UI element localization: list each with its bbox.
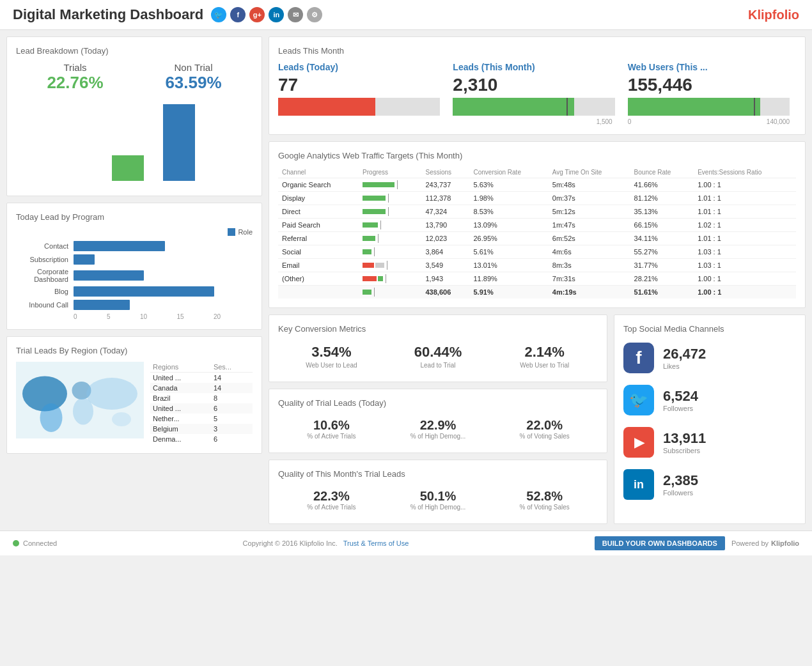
youtube-count: 13,911 [663,430,706,447]
google-header-icon[interactable]: g+ [249,7,265,22]
world-map [16,362,144,438]
table-row: Email 3,54913.01%8m:3s31.77%1.03 : 1 [278,259,796,272]
web-user-to-trial-label: Web User to Trial [495,362,594,369]
left-bottom-cards: Key Conversion Metrics 3.54% Web User to… [269,314,607,524]
web-users-axis: 0 140,000 [628,118,790,125]
ga-col-channel: Channel [278,167,359,178]
table-row: Referral 12,02326.95%6m:52s34.11%1.01 : … [278,232,796,245]
lead-breakdown-title: Lead Breakdown (Today) [16,46,253,56]
hbar-label: Contact [16,242,74,250]
leads-month-bar-container [453,98,614,116]
hbar-label: Subscription [16,256,74,263]
page-title: Digital Marketing Dashboard [13,6,203,23]
leads-today-label: Leads (Today) [278,62,440,72]
ga-table-header: Channel Progress Sessions Conversion Rat… [278,167,796,178]
high-demog-label: % of High Demog... [389,433,488,440]
leads-month-bar [453,98,574,116]
web-users-value: 155,446 [628,75,790,95]
non-trial-pct: 63.59% [165,73,221,93]
leads-month-label: Leads (This Month) [453,62,614,72]
facebook-header-icon[interactable]: f [230,7,246,22]
key-conversion-title: Key Conversion Metrics [278,324,598,334]
trust-terms-link[interactable]: Trust & Terms of Use [343,539,409,547]
table-row: Inbound Call [16,300,253,310]
web-user-to-trial-pct: 2.14% [495,344,594,360]
leads-today-bar-container [278,98,440,116]
email-header-icon[interactable]: ✉ [288,7,303,22]
left-column: Lead Breakdown (Today) Trials 22.76% Non… [6,36,262,524]
youtube-sublabel: Subscribers [663,447,706,454]
connected-status: Connected [23,539,57,547]
linkedin-header-icon[interactable]: in [269,7,284,22]
voting-sales-month-label: % of Voting Sales [495,504,594,511]
high-demog-pct: 22.9% [389,418,488,433]
table-row: Corporate Dashboard [16,268,253,283]
right-column: Leads This Month Leads (Today) 77 Leads … [269,36,806,524]
active-trials-label: % of Active Trials [282,433,381,440]
legend-label: Role [238,228,253,236]
table-row: United ...6 [150,403,253,414]
ga-table: Channel Progress Sessions Conversion Rat… [278,167,796,298]
ga-col-ratio: Events:Sessions Ratio [694,167,796,178]
settings-header-icon[interactable]: ⚙ [307,7,322,22]
region-table: Regions Ses... United ...14 Canada14 Bra… [150,362,253,444]
active-trials-month-label: % of Active Trials [282,504,381,511]
leads-month-value: 2,310 [453,75,614,95]
today-lead-program-card: Today Lead by Program Role Contact Subsc… [6,203,262,330]
linkedin-sublabel: Followers [663,489,698,497]
hbar-bar [74,300,130,310]
twitter-header-icon[interactable]: 🐦 [211,7,226,22]
trials-bar [112,155,144,181]
ga-col-sessions: Sessions [422,167,470,178]
table-row: 438,6065.91%4m:19s51.61%1.00 : 1 [278,286,796,299]
trials-pct: 22.76% [47,73,103,93]
non-trial-label: Non Trial [165,62,221,73]
leads-month-metric: Leads (This Month) 2,310 1,500 [446,62,621,125]
klipfolio-logo: Klipfolio [748,8,799,22]
quality-today-card: Quality of Trial Leads (Today) 10.6% % o… [269,389,607,453]
role-legend: Role [228,228,253,236]
ga-col-progress: Progress [359,167,421,178]
leads-today-value: 77 [278,75,440,95]
table-row: Organic Search 243,7375.63%5m:48s41.66%1… [278,178,796,192]
leads-metrics: Leads (Today) 77 Leads (This Month) 2,31… [278,62,796,125]
table-row: Display 112,3781.98%0m:37s81.12%1.01 : 1 [278,192,796,205]
quality-today-metrics: 10.6% % of Active Trials 22.9% % of High… [278,414,598,444]
table-row: United ...14 [150,373,253,383]
powered-by-label: Powered by [731,539,769,547]
table-row: Blog [16,286,253,297]
ga-col-avgtime: Avg Time On Site [549,167,630,178]
google-analytics-card: Google Analytics Web Traffic Targets (Th… [269,141,806,308]
high-demog-month-label: % of High Demog... [389,504,488,511]
lead-bar-chart [16,98,253,181]
lead-labels: Trials 22.76% Non Trial 63.59% [16,62,253,93]
svg-point-5 [86,378,137,410]
table-row: Belgium3 [150,424,253,434]
high-demog-month-pct: 50.1% [389,489,488,504]
quality-month-metrics: 22.3% % of Active Trials 50.1% % of High… [278,485,598,515]
footer-center: Copyright © 2016 Klipfolio Inc. Trust & … [243,539,409,547]
footer: Connected Copyright © 2016 Klipfolio Inc… [0,530,812,555]
build-dashboard-button[interactable]: BUILD YOUR OWN DASHBOARDS [595,536,725,550]
table-row: Contact [16,241,253,251]
region-content: Regions Ses... United ...14 Canada14 Bra… [16,362,253,444]
social-media-card: Top Social Media Channels f 26,472 Likes… [614,314,806,524]
voting-sales-month-pct: 52.8% [495,489,594,504]
web-user-to-lead-pct: 3.54% [282,344,381,360]
connected-dot [13,540,19,546]
trials-item: Trials 22.76% [47,62,103,93]
table-row: Paid Search 13,79013.09%1m:47s66.15%1.02… [278,219,796,232]
youtube-icon: ▶ [623,427,654,458]
key-conversion-card: Key Conversion Metrics 3.54% Web User to… [269,314,607,382]
twitter-row: 🐦 6,524 Followers [623,382,796,418]
bottom-panels: Key Conversion Metrics 3.54% Web User to… [269,314,806,524]
trials-label: Trials [47,62,103,73]
hbar-container: Contact Subscription Corporate Dashboard… [16,241,253,310]
leads-today-bar [278,98,375,116]
linkedin-row: in 2,385 Followers [623,467,796,502]
youtube-stats: 13,911 Subscribers [663,430,706,454]
sessions-col-header: Ses... [211,362,253,373]
table-row: Subscription [16,254,253,265]
today-lead-title: Today Lead by Program [16,212,253,222]
footer-right: BUILD YOUR OWN DASHBOARDS Powered by Kli… [595,536,799,550]
